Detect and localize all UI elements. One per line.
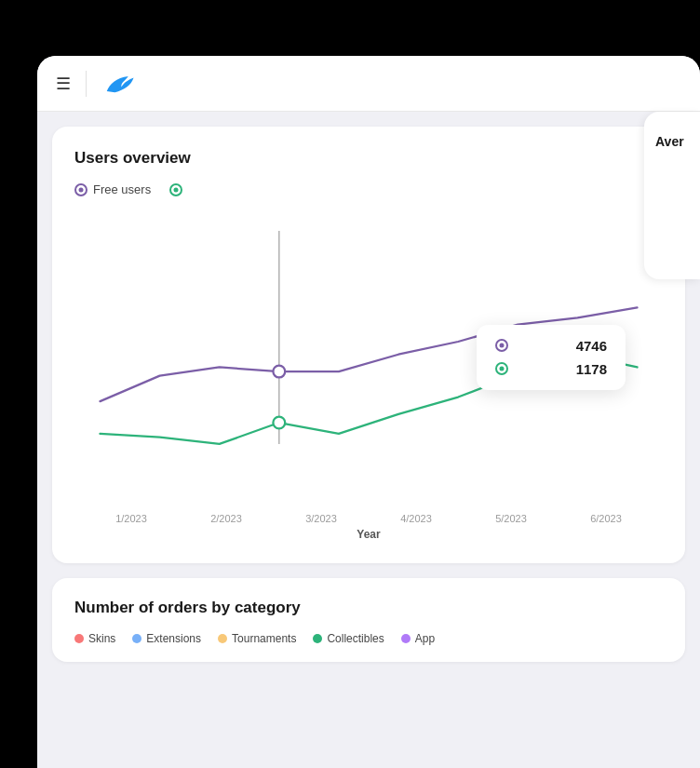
tooltip-value-purple: 4746	[576, 338, 607, 354]
tooltip-dot-purple	[495, 339, 508, 352]
x-label-1: 1/2023	[115, 513, 147, 524]
orders-by-category-card: Number of orders by category Skins Exten…	[52, 578, 685, 662]
label-extensions: Extensions	[146, 632, 201, 645]
dot-tournaments	[218, 634, 227, 643]
legend-skins: Skins	[74, 632, 115, 645]
legend-tournaments: Tournaments	[218, 632, 296, 645]
users-overview-title: Users overview	[74, 149, 663, 168]
legend-extensions: Extensions	[132, 632, 201, 645]
label-tournaments: Tournaments	[232, 632, 296, 645]
tooltip-value-green: 1178	[576, 361, 607, 377]
x-label-2: 2/2023	[210, 513, 242, 524]
dot-extensions	[132, 634, 141, 643]
tooltip-row-purple: 4746	[495, 338, 607, 354]
right-card-title-partial: Aver	[655, 134, 684, 149]
hamburger-icon[interactable]: ☰	[56, 74, 71, 94]
legend-app: App	[401, 632, 435, 645]
legend-free-users-label: Free users	[93, 182, 151, 196]
nav-divider	[86, 71, 87, 97]
legend-paid-users	[169, 183, 182, 196]
tooltip-row-green: 1178	[495, 361, 607, 377]
legend-dot-purple	[74, 183, 88, 196]
dot-collectibles	[313, 634, 322, 643]
dot-app	[401, 634, 411, 643]
navbar: ☰	[37, 56, 700, 112]
tooltip-dot-green	[495, 362, 508, 375]
x-label-3: 3/2023	[305, 513, 337, 524]
chart-tooltip: 4746 1178	[477, 325, 626, 390]
label-app: App	[415, 632, 435, 645]
chart-legend: Free users	[74, 182, 663, 196]
x-label-6: 6/2023	[590, 513, 622, 524]
x-axis-title: Year	[74, 528, 663, 541]
legend-dot-green	[169, 183, 182, 196]
label-skins: Skins	[88, 632, 115, 645]
green-crosshair-dot	[273, 417, 285, 429]
purple-crosshair-dot	[273, 366, 285, 378]
main-content: Users overview Free users	[37, 112, 700, 768]
users-overview-card: Users overview Free users	[52, 127, 685, 563]
line-chart: 4746 1178	[74, 211, 663, 509]
legend-free-users: Free users	[74, 182, 151, 196]
x-axis-labels: 1/2023 2/2023 3/2023 4/2023 5/2023 6/202…	[74, 513, 663, 524]
label-collectibles: Collectibles	[327, 632, 384, 645]
x-label-4: 4/2023	[400, 513, 432, 524]
category-legend: Skins Extensions Tournaments Collectible…	[74, 632, 663, 645]
x-label-5: 5/2023	[495, 513, 527, 524]
dot-skins	[74, 634, 84, 643]
logo-icon	[101, 71, 135, 97]
orders-card-title: Number of orders by category	[74, 599, 663, 617]
legend-collectibles: Collectibles	[313, 632, 384, 645]
